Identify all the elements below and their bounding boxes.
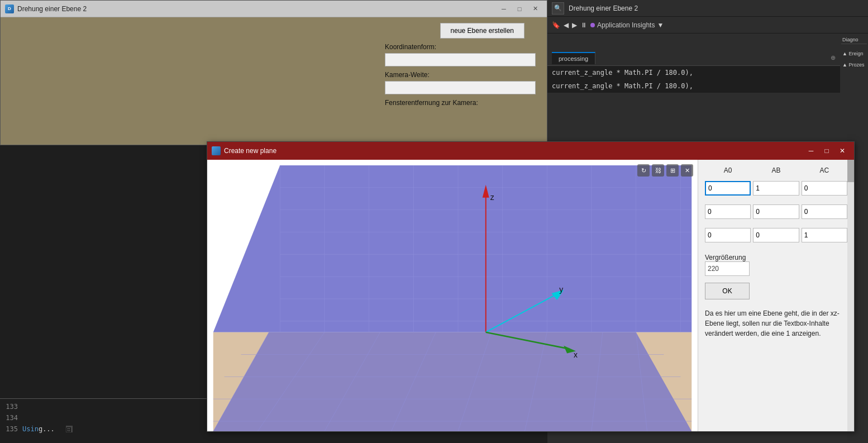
app-insights-label: Application Insights ▼ [590,21,664,29]
fenster-label: Fensterentfernung zur Kamera: [385,99,536,107]
plane-content: z y x ↻ ⛓ ⊞ ✕ [207,160,854,431]
plane-minimize-btn[interactable]: ─ [804,145,818,157]
toolbar-icon-2: ▶ [572,21,577,29]
using-keyword: Usin [22,425,39,433]
titlebar-left: D Drehung einer Ebene 2 [5,4,87,13]
viewport-toolbar: ↻ ⛓ ⊞ ✕ [637,164,693,177]
app-icon: D [5,4,14,13]
diagno-panel-btn[interactable]: Diagno [841,36,867,44]
ide-toolbar: 🔍 Drehung einer Ebene 2 [547,0,868,17]
matrix-headers: A0 AB AC [705,166,847,174]
matrix-r2c2[interactable] [753,204,799,219]
search-button[interactable]: 🔍 [552,2,564,15]
plane-window: Create new plane ─ □ ✕ [207,141,855,432]
ereign-panel-btn[interactable]: ▲ Ereign [841,50,867,58]
code-area: processing ⊕ current_z_angle * Math.PI /… [547,50,840,93]
matrix-row-1 [705,181,847,196]
main-window-controls: ─ □ ✕ [497,3,542,15]
plane-close-btn[interactable]: ✕ [835,145,850,157]
koordinatenform-input[interactable] [385,53,536,66]
matrix-r3c1[interactable] [705,228,751,242]
kamera-weite-row: Kamera-Weite: [385,71,536,94]
kamera-weite-label: Kamera-Weite: [385,71,536,79]
viewport-3d[interactable]: z y x ↻ ⛓ ⊞ ✕ [207,160,698,431]
link-tool-btn[interactable]: ⛓ [652,164,664,177]
code-line-1: current_z_angle * Math.PI / 180.0), [547,66,840,79]
plane-title-left: Create new plane [212,146,276,155]
plane-maximize-btn[interactable]: □ [819,145,834,157]
plane-win-controls: ─ □ ✕ [804,145,850,157]
app-insights-bar: 🔖 ◀ ▶ ⏸ Application Insights ▼ [547,17,868,34]
ok-button[interactable]: OK [705,283,750,299]
code-line-2: current_z_angle * Math.PI / 180.0), [547,79,840,93]
svg-text:z: z [490,193,494,202]
expand-collapse-btn[interactable]: ⊟ [66,426,73,432]
svg-text:y: y [559,285,563,294]
line-content-135: Using... [22,425,55,433]
plane-app-icon [212,146,221,155]
matrix-r1c3[interactable] [802,181,847,196]
main-window-content: neue Ebene erstellen Koordinatenform: Ka… [1,17,547,112]
fenster-row: Fensterentfernung zur Kamera: [385,99,536,107]
ereign-label: ▲ Ereign [842,51,863,56]
koordinatenform-row: Koordinatenform: [385,43,536,66]
vergrosserung-label: Vergrößerung [705,254,847,261]
main-titlebar: D Drehung einer Ebene 2 ─ □ ✕ [1,1,547,17]
plane-titlebar: Create new plane ─ □ ✕ [207,142,854,160]
diagno-label: Diagno [842,37,859,42]
right-scrollbar[interactable] [847,160,854,431]
line-num-135: 135 [0,425,22,433]
main-window: D Drehung einer Ebene 2 ─ □ ✕ neue Ebene… [0,0,547,145]
matrix-row-2 [705,204,847,219]
info-text: Da es hier um eine Ebene geht, die in de… [705,308,847,339]
neue-ebene-button[interactable]: neue Ebene erstellen [440,23,524,39]
processing-tab[interactable]: processing [552,52,595,64]
line-num-134: 134 [0,414,22,422]
maximize-button[interactable]: □ [512,3,527,15]
grid-tool-btn[interactable]: ⊞ [666,164,679,177]
matrix-r2c3[interactable] [802,204,847,219]
svg-marker-1 [213,165,691,332]
svg-text:x: x [574,350,578,359]
toolbar-icon-1: ◀ [564,21,569,29]
minimize-button[interactable]: ─ [497,3,511,15]
kamera-weite-input[interactable] [385,81,536,94]
matrix-header-a0: A0 [705,166,751,174]
matrix-row-3 [705,228,847,242]
scene-svg: z y x [207,160,698,431]
prozes-panel-btn[interactable]: ▲ Prozes [841,61,867,69]
matrix-r3c2[interactable] [753,228,799,242]
plane-window-title: Create new plane [224,147,276,155]
vergrosserung-input[interactable] [705,261,750,276]
prozes-label: ▲ Prozes [842,62,864,68]
line-num-133: 133 [0,403,22,411]
matrix-r3c3[interactable] [802,228,847,242]
ide-window-title: Drehung einer Ebene 2 [569,4,638,12]
right-side-panel: Diagno ▲ Ereign ▲ Prozes [840,34,868,71]
vergrosserung-section: Vergrößerung [705,251,847,276]
bookmark-icon: 🔖 [552,21,560,29]
close-button[interactable]: ✕ [528,3,542,15]
koordinatenform-label: Koordinatenform: [385,43,536,51]
main-window-title: Drehung einer Ebene 2 [17,5,87,13]
matrix-r2c1[interactable] [705,204,751,219]
plane-right-panel: A0 AB AC [698,160,854,431]
matrix-r1c2[interactable] [753,181,799,196]
scrollbar-thumb[interactable] [847,160,854,182]
matrix-header-ab: AB [753,166,799,174]
toolbar-icon-3: ⏸ [580,21,587,29]
matrix-r1c1[interactable] [705,181,751,196]
close-tool-btn[interactable]: ✕ [681,164,693,177]
code-tab-bar: processing ⊕ [547,50,840,66]
expand-icon[interactable]: ⊕ [831,54,836,61]
ai-dot [590,23,595,27]
matrix-header-ac: AC [802,166,847,174]
svg-marker-20 [213,332,691,431]
rotate-tool-btn[interactable]: ↻ [637,164,650,177]
